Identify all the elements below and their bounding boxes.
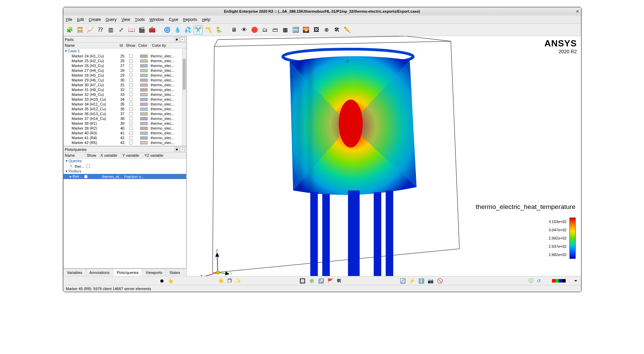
panel-float-icon[interactable]: ▣: [174, 37, 179, 42]
pencil-icon[interactable]: ✏️: [343, 25, 352, 34]
parts-row[interactable]: Marker 37 (H14_Cu)38thermo_elec...: [64, 116, 182, 121]
arrow-icon[interactable]: ↗️: [318, 278, 324, 284]
refresh-icon[interactable]: ↺: [537, 278, 541, 284]
clapper-icon[interactable]: 🎬: [137, 25, 146, 34]
menu-create[interactable]: Create: [89, 17, 101, 22]
bolt-icon[interactable]: ⚡: [409, 278, 415, 284]
eye-icon[interactable]: 👁: [240, 25, 249, 34]
parts-row[interactable]: Marker 25 (H2_Cu)26thermo_elec...: [64, 58, 182, 63]
close-icon[interactable]: ×: [576, 9, 579, 14]
parts-row[interactable]: Marker 29 (H6_Cu)30thermo_elec...: [64, 78, 182, 82]
menu-query[interactable]: Query: [106, 17, 117, 22]
camera-icon[interactable]: 📷: [428, 278, 433, 284]
sun-icon[interactable]: ☀️: [218, 278, 224, 284]
reload-icon[interactable]: 🔄: [400, 278, 406, 284]
case-item[interactable]: ▾ Case 1: [64, 48, 182, 54]
menu-reports[interactable]: Reports: [183, 17, 197, 22]
tab-viewports[interactable]: Viewports: [142, 269, 166, 276]
flag-icon[interactable]: 🚩: [327, 278, 333, 284]
axis2-icon[interactable]: ✳️: [309, 278, 315, 284]
dropdown-icon[interactable]: ⏷: [574, 279, 578, 283]
menu-tools[interactable]: Tools: [135, 17, 145, 22]
screen-icon[interactable]: 🖥: [229, 25, 238, 34]
wrench-icon[interactable]: 🛠: [332, 25, 341, 34]
tab-variables[interactable]: Variables: [63, 269, 86, 276]
plotter-item[interactable]: ▸ ther... thermo_el... Fraction o...: [64, 174, 186, 179]
record-icon[interactable]: ⏺: [159, 278, 164, 284]
panel-float-icon[interactable]: ▣: [174, 147, 179, 152]
parts-row[interactable]: Marker 31 (H8_Cu)32thermo_elec...: [64, 87, 182, 92]
layers2-icon[interactable]: 🗃: [271, 25, 280, 34]
col-color[interactable]: Color: [137, 43, 151, 48]
panel-close-icon[interactable]: ×: [180, 37, 185, 42]
layers1-icon[interactable]: 🗂: [260, 25, 269, 34]
gear-icon[interactable]: 🖼: [312, 25, 321, 34]
drop-icon[interactable]: 💧: [173, 25, 182, 34]
parts-row[interactable]: Marker 30 (H7_Cu)31thermo_elec...: [64, 82, 182, 87]
col-id[interactable]: Id: [114, 43, 125, 48]
swirl-icon[interactable]: 🌀: [163, 25, 172, 34]
parts-row[interactable]: Marker 40 (R3)41thermo_elec...: [64, 131, 182, 135]
parts-row[interactable]: Marker 39 (R2)40thermo_elec...: [64, 126, 182, 131]
axis-icon[interactable]: ⤢: [117, 25, 126, 34]
menu-window[interactable]: Window: [150, 17, 164, 22]
panel-close-icon[interactable]: ×: [180, 147, 185, 152]
color-swatch-icon[interactable]: [552, 279, 566, 283]
info2-icon[interactable]: ℹ️: [418, 278, 424, 284]
plotters-node[interactable]: ▾ Plotters: [64, 169, 186, 174]
book-icon[interactable]: 📖: [127, 25, 136, 34]
grid-icon[interactable]: ▦: [281, 25, 290, 34]
menu-edit[interactable]: Edit: [77, 17, 84, 22]
palette-icon[interactable]: 🔴: [250, 25, 259, 34]
parts-row[interactable]: Marker 36 (H13_Cu)37thermo_elec...: [64, 111, 182, 116]
parts-row[interactable]: Marker 27 (H4_Cu)28thermo_elec...: [64, 68, 182, 73]
plots-list[interactable]: ▾ Queries ✎ther... ▾ Plotters ▸ ther... …: [64, 158, 186, 268]
new-icon[interactable]: 🆕: [291, 25, 300, 34]
tab-states[interactable]: States: [166, 269, 184, 276]
redx-icon[interactable]: 🚫: [437, 278, 443, 284]
bound-icon[interactable]: 🔲: [300, 278, 305, 284]
parts-row[interactable]: Marker 24 (H1_Cu)25thermo_elec...: [64, 54, 182, 58]
target-icon[interactable]: ⊕: [322, 25, 331, 34]
toolbox-icon[interactable]: 🧰: [148, 25, 157, 34]
globe-icon[interactable]: 🌄: [302, 25, 310, 34]
sparkle-icon[interactable]: ✨: [235, 278, 241, 284]
parts-row[interactable]: Marker 41 (R4)42thermo_elec...: [64, 135, 182, 140]
viewport-3d[interactable]: z ANSYS 2020 R2 thermo_electric_heat_tem…: [187, 36, 581, 276]
menu-help[interactable]: Help: [202, 17, 210, 22]
tab-plotsqueries[interactable]: Plots/queries: [113, 269, 143, 276]
menu-case[interactable]: Case: [169, 17, 178, 22]
plot-icon[interactable]: 📈: [86, 25, 95, 34]
parts-list[interactable]: ▾ Case 1 Marker 24 (H1_Cu)25thermo_elec.…: [64, 48, 182, 146]
info-icon[interactable]: ⓘ: [529, 278, 533, 284]
parts-row[interactable]: Marker 43 (R6)44thermo_elec...: [64, 145, 182, 146]
tab-annotations[interactable]: Annotations: [86, 269, 113, 276]
parts-row[interactable]: Marker 32 (H9_Cu)33thermo_elec...: [64, 92, 182, 97]
col-show[interactable]: Show: [125, 43, 137, 48]
parts-row[interactable]: Marker 33 (H10_Cu)34thermo_elec...: [64, 97, 182, 102]
parts-row[interactable]: Marker 26 (H3_Cu)27thermo_elec...: [64, 63, 182, 68]
menu-view[interactable]: View: [122, 17, 130, 22]
stripes-icon[interactable]: 〽️: [204, 25, 213, 34]
query-item[interactable]: ✎ther...: [64, 164, 186, 169]
hand-icon[interactable]: 👆: [168, 278, 173, 284]
parts-row[interactable]: Marker 35 (H12_Cu)36thermo_elec...: [64, 107, 182, 111]
parts-row[interactable]: Marker 28 (H5_Cu)29thermo_elec...: [64, 73, 182, 78]
calc-icon[interactable]: 🧮: [76, 25, 84, 34]
menu-file[interactable]: File: [66, 17, 72, 22]
col-colorby[interactable]: Color by: [151, 43, 186, 48]
wrench2-icon[interactable]: 🛠: [337, 278, 341, 284]
queries-node[interactable]: ▾ Queries: [64, 158, 186, 164]
parts-row[interactable]: Marker 42 (R5)43thermo_elec...: [64, 140, 182, 145]
views-icon[interactable]: ▥: [106, 25, 115, 34]
parts-row[interactable]: Marker 38 (R1)39thermo_elec...: [64, 121, 182, 126]
scissors-icon[interactable]: ✂️: [194, 25, 203, 34]
puzzle-icon[interactable]: 🧩: [65, 25, 74, 34]
parts-row[interactable]: Marker 34 (H11_Cu)35thermo_elec...: [64, 102, 182, 107]
parts-scrollbar[interactable]: [182, 48, 186, 146]
units-icon[interactable]: ⁇: [96, 25, 105, 34]
drops-icon[interactable]: 💦: [183, 25, 192, 34]
cube-icon[interactable]: ❒: [227, 278, 232, 284]
swirl2-icon[interactable]: 🐍: [214, 25, 223, 34]
col-name[interactable]: Name: [64, 43, 114, 48]
